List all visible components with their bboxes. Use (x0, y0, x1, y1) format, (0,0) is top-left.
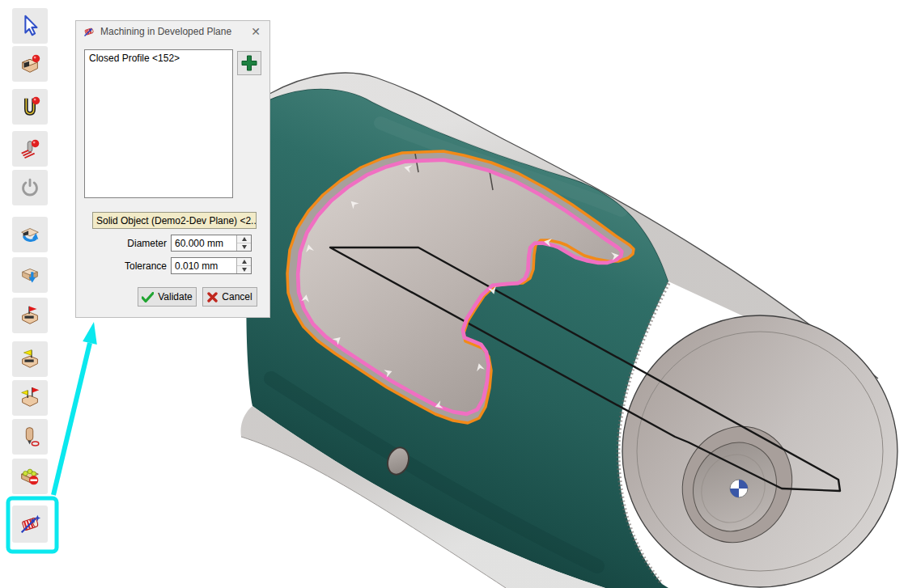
tolerance-row: Tolerance (76, 257, 269, 274)
tolerance-spin-down[interactable] (237, 266, 251, 273)
toolbar-item-yellow-flag-block[interactable] (12, 341, 48, 377)
toolbar-item-select-cursor[interactable] (12, 8, 48, 44)
toolbar-item-machining-developed-plane[interactable] (12, 506, 48, 543)
validate-button[interactable]: Validate (138, 287, 197, 307)
dialog-machining-developed-plane: Machining in Developed Plane ✕ Closed Pr… (75, 20, 270, 318)
power-icon (18, 176, 42, 200)
add-profile-button[interactable] (237, 51, 261, 75)
profile-listbox[interactable]: Closed Profile <152> (84, 49, 233, 198)
tolerance-spinner[interactable] (236, 258, 251, 273)
collision-check-icon (18, 464, 42, 489)
two-flags-block-icon (18, 386, 42, 410)
tolerance-spinbox[interactable] (171, 257, 252, 274)
cancel-button[interactable]: Cancel (202, 287, 257, 307)
origin-marker (730, 480, 748, 497)
solid-object-button[interactable]: Solid Object (Demo2-Dev Plane) <2... (92, 212, 257, 229)
toolbar-item-rotate-block[interactable] (12, 217, 48, 252)
diameter-spinbox[interactable] (171, 235, 252, 252)
diameter-spin-up[interactable] (237, 235, 251, 243)
arrow-up-icon (242, 237, 247, 241)
arrow-up-icon (242, 260, 247, 264)
application-window: Machining in Developed Plane ✕ Closed Pr… (0, 0, 908, 588)
diameter-spin-down[interactable] (237, 243, 251, 251)
drill-tool-icon (18, 425, 42, 449)
dialog-button-row: Validate Cancel (76, 287, 269, 307)
yellow-flag-block-icon (18, 347, 42, 371)
check-icon (142, 292, 154, 302)
select-cursor-icon (18, 14, 42, 38)
validate-label: Validate (158, 291, 192, 302)
list-item-closed-profile[interactable]: Closed Profile <152> (85, 50, 232, 66)
arrow-down-icon (242, 268, 247, 272)
toolbar-item-two-flags-block[interactable] (12, 380, 48, 416)
toolbar-item-power-disabled[interactable] (12, 170, 48, 205)
dialog-title: Machining in Developed Plane (100, 26, 248, 37)
rotate-block-icon (18, 222, 42, 247)
plus-icon (240, 54, 258, 72)
dialog-titlebar[interactable]: Machining in Developed Plane ✕ (76, 21, 269, 42)
cancel-label: Cancel (222, 291, 252, 302)
diameter-label: Diameter (76, 238, 171, 249)
thread-tool-icon (18, 137, 42, 161)
toolbar-item-insert-block[interactable] (12, 257, 48, 293)
tolerance-label: Tolerance (76, 260, 171, 272)
toolbar-item-collision-check[interactable] (12, 459, 48, 494)
arrow-down-icon (242, 245, 247, 249)
dialog-title-icon (83, 25, 95, 38)
toolbar-item-drill-tool[interactable] (12, 419, 48, 455)
toolbar-item-thread-tool[interactable] (12, 131, 48, 167)
toolbar-left (0, 0, 65, 588)
tolerance-input[interactable] (172, 258, 240, 273)
tolerance-spin-up[interactable] (237, 258, 251, 265)
stock-block-icon (18, 52, 42, 76)
x-icon (207, 292, 218, 302)
red-flag-block-icon (18, 303, 42, 328)
insert-block-icon (18, 263, 42, 287)
groove-tool-icon (18, 95, 42, 119)
diameter-input[interactable] (172, 235, 240, 251)
toolbar-item-stock-block[interactable] (12, 46, 48, 82)
diameter-spinner[interactable] (236, 235, 251, 251)
toolbar-item-red-flag-block[interactable] (12, 298, 48, 333)
diameter-row: Diameter (76, 235, 269, 252)
close-icon[interactable]: ✕ (248, 24, 263, 39)
machining-developed-plane-icon (18, 512, 42, 536)
toolbar-item-groove-tool[interactable] (12, 89, 48, 125)
